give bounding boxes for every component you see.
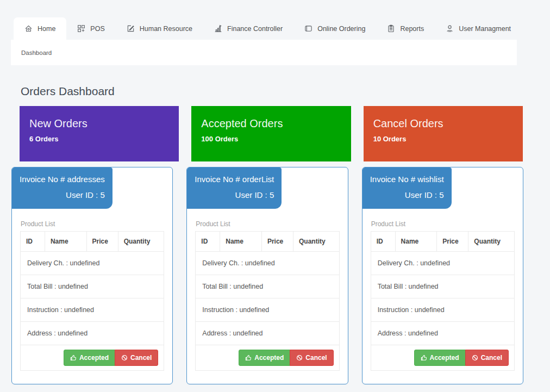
edit-icon <box>127 24 135 33</box>
user-id: User ID : 5 <box>20 190 105 200</box>
table-row: Delivery Ch. : undefined <box>21 252 164 275</box>
summary-cards: New Orders 6 Orders Accepted Orders 100 … <box>20 106 523 161</box>
table-row: Delivery Ch. : undefined <box>371 252 514 275</box>
instruction-value: Instruction : undefined <box>371 298 514 322</box>
invoice-header: Invoice No # wishlist User ID : 5 <box>362 167 452 209</box>
tab-user-managment[interactable]: User Managment <box>435 17 522 40</box>
col-name: Name <box>45 232 86 252</box>
ban-icon <box>472 354 478 361</box>
total-bill-value: Total Bill : undefined <box>371 275 514 298</box>
product-table: ID Name Price Quantity Delivery Ch. : un… <box>20 231 164 371</box>
product-list-label: Product List <box>196 220 339 228</box>
card-accepted-orders[interactable]: Accepted Orders 100 Orders <box>191 106 351 161</box>
delivery-charge-value: Delivery Ch. : undefined <box>196 252 339 275</box>
accepted-button[interactable]: Accepted <box>414 350 466 366</box>
thumbs-up-icon <box>70 354 77 361</box>
table-header-row: ID Name Price Quantity <box>371 232 514 252</box>
page-title: Orders Dashboard <box>21 85 550 98</box>
accepted-button[interactable]: Accepted <box>64 350 115 366</box>
tablet-icon <box>304 24 312 33</box>
invoice-header: Invoice No # orderList User ID : 5 <box>187 167 282 209</box>
card-cancel-orders[interactable]: Cancel Orders 10 Orders <box>364 106 523 161</box>
accepted-button-label: Accepted <box>430 354 459 362</box>
total-bill-value: Total Bill : undefined <box>196 275 339 298</box>
tab-home[interactable]: Home <box>14 17 66 40</box>
col-price: Price <box>86 232 118 252</box>
table-row: Instruction : undefined <box>196 298 339 322</box>
invoice-number: Invoice No # orderList <box>195 175 274 184</box>
accepted-button-label: Accepted <box>79 354 109 362</box>
table-row: Total Bill : undefined <box>21 275 164 298</box>
col-price: Price <box>261 232 293 252</box>
card-new-orders[interactable]: New Orders 6 Orders <box>20 106 179 161</box>
col-quantity: Quantity <box>468 232 515 252</box>
cancel-button[interactable]: Cancel <box>290 350 333 366</box>
invoice-number: Invoice No # addresses <box>20 175 105 184</box>
table-row: Address : undefined <box>196 322 339 345</box>
product-table: ID Name Price Quantity Delivery Ch. : un… <box>195 231 339 371</box>
table-row: Instruction : undefined <box>21 298 164 322</box>
breadcrumb[interactable]: Dashboard <box>21 49 52 56</box>
cancel-button-label: Cancel <box>305 354 327 362</box>
cancel-button[interactable]: Cancel <box>465 350 509 366</box>
col-price: Price <box>437 232 468 252</box>
table-row: Instruction : undefined <box>371 298 514 322</box>
table-header-row: ID Name Price Quantity <box>21 232 164 252</box>
thumbs-up-icon <box>245 354 252 361</box>
user-icon <box>446 24 454 33</box>
card-count: 6 Orders <box>29 135 169 143</box>
tab-reports[interactable]: Reports <box>376 17 435 40</box>
address-value: Address : undefined <box>196 322 339 345</box>
tab-finance-controller-label: Finance Controller <box>227 25 283 33</box>
address-value: Address : undefined <box>371 322 514 345</box>
product-list-label: Product List <box>21 220 164 228</box>
order-panel-wishlist: Invoice No # wishlist User ID : 5 Produc… <box>362 167 523 384</box>
delivery-charge-value: Delivery Ch. : undefined <box>21 252 164 275</box>
order-panel-orderlist: Invoice No # orderList User ID : 5 Produ… <box>186 167 348 384</box>
address-value: Address : undefined <box>21 322 164 345</box>
instruction-value: Instruction : undefined <box>21 298 164 322</box>
col-quantity: Quantity <box>118 232 164 252</box>
table-header-row: ID Name Price Quantity <box>196 232 339 252</box>
accepted-button[interactable]: Accepted <box>239 350 290 366</box>
table-row: Total Bill : undefined <box>371 275 514 298</box>
chart-icon <box>214 24 222 33</box>
accepted-button-label: Accepted <box>254 354 284 362</box>
cancel-button-label: Cancel <box>130 354 152 362</box>
table-row: Total Bill : undefined <box>196 275 339 298</box>
tab-human-resource[interactable]: Human Resource <box>116 17 203 40</box>
total-bill-value: Total Bill : undefined <box>21 275 164 298</box>
cancel-button[interactable]: Cancel <box>115 350 158 366</box>
invoice-header: Invoice No # addresses User ID : 5 <box>12 167 112 209</box>
col-id: ID <box>196 232 220 252</box>
thumbs-up-icon <box>421 354 427 361</box>
card-title: Accepted Orders <box>201 117 341 130</box>
tab-reports-label: Reports <box>400 25 424 33</box>
tab-home-label: Home <box>38 25 55 33</box>
actions-row: Accepted Cancel <box>21 345 164 371</box>
card-count: 10 Orders <box>373 135 513 143</box>
card-title: Cancel Orders <box>373 117 513 130</box>
card-count: 100 Orders <box>201 135 341 143</box>
user-id: User ID : 5 <box>370 190 444 200</box>
product-table: ID Name Price Quantity Delivery Ch. : un… <box>371 231 515 371</box>
tab-online-ordering[interactable]: Online Ordering <box>293 17 376 40</box>
main-nav: Home POS Human Resource Finance Controll… <box>0 0 550 40</box>
tab-human-resource-label: Human Resource <box>140 25 192 33</box>
col-quantity: Quantity <box>293 232 340 252</box>
order-panels: Invoice No # addresses User ID : 5 Produ… <box>11 167 523 384</box>
table-row: Address : undefined <box>371 322 514 345</box>
tab-user-managment-label: User Managment <box>459 25 511 33</box>
cancel-button-label: Cancel <box>481 354 502 362</box>
report-icon <box>387 24 395 33</box>
ban-icon <box>121 354 128 361</box>
ban-icon <box>296 354 303 361</box>
table-row: Delivery Ch. : undefined <box>196 252 339 275</box>
tab-finance-controller[interactable]: Finance Controller <box>203 17 293 40</box>
actions-row: Accepted Cancel <box>196 345 339 371</box>
tab-pos[interactable]: POS <box>66 17 115 40</box>
instruction-value: Instruction : undefined <box>196 298 339 322</box>
invoice-number: Invoice No # wishlist <box>370 175 444 184</box>
pos-grid-icon <box>77 24 85 33</box>
actions-row: Accepted Cancel <box>371 345 514 371</box>
